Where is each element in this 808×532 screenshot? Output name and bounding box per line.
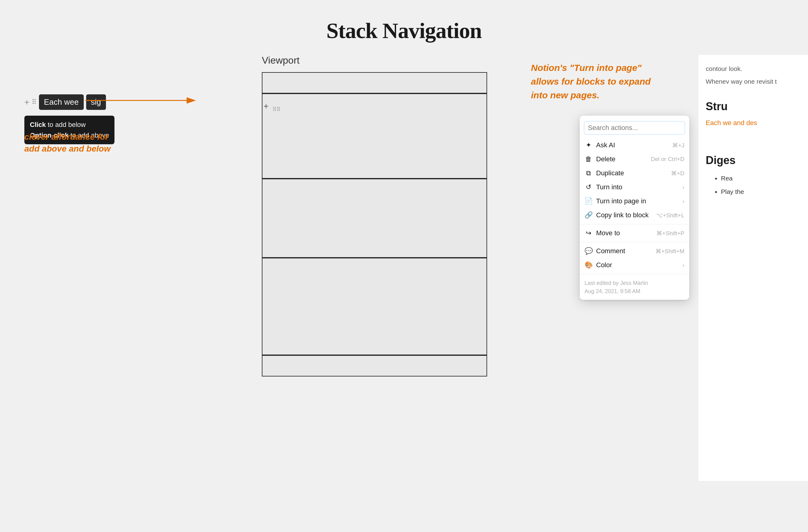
comment-label: Comment: [596, 247, 652, 255]
doc-paragraph1: Whenev way one revisit t: [706, 77, 801, 87]
move-to-shortcut: ⌘+Shift+P: [656, 230, 684, 237]
add-block-icon[interactable]: +: [24, 97, 29, 107]
turn-into-icon: ↺: [585, 183, 592, 191]
tooltip-click-suffix: to add below: [46, 121, 86, 129]
footer-line2: Aug 24, 2021, 9:58 AM: [585, 287, 684, 296]
doc-heading1: Stru: [706, 98, 801, 115]
delete-icon: 🗑: [585, 155, 592, 163]
frame-5: [262, 355, 487, 377]
tooltip-click-word: Click: [30, 121, 46, 129]
move-to-label: Move to: [596, 229, 653, 237]
ask-ai-label: Ask AI: [596, 141, 668, 149]
menu-divider-3: [580, 274, 689, 274]
drag-handle-icon[interactable]: ⠿: [32, 98, 37, 106]
doc-heading2: Diges: [706, 152, 801, 169]
turn-into-page-label: Turn into page in: [596, 197, 679, 205]
page-title: Stack Navigation: [0, 0, 808, 43]
annotation-left: clever affordance for add above and belo…: [24, 131, 116, 155]
context-menu: ✦ Ask AI ⌘+J 🗑 Delete Del or Ctrl+D ⧉ Du…: [580, 116, 689, 300]
copy-link-label: Copy link to block: [596, 211, 653, 219]
doc-preview: contour look. Whenev way one revisit t S…: [698, 55, 808, 481]
block-text-preview2: sig: [86, 94, 106, 110]
delete-shortcut: Del or Ctrl+D: [651, 156, 684, 163]
block-row: + ⠿ Each wee sig Click to add below Opti…: [24, 94, 106, 110]
color-chevron: ›: [683, 262, 684, 268]
doc-bullet2: Play the: [721, 187, 801, 196]
block-text-preview: Each wee: [39, 94, 84, 110]
doc-contour-text: contour look.: [706, 64, 801, 74]
menu-item-turn-into-page[interactable]: 📄 Turn into page in ›: [580, 194, 689, 208]
duplicate-icon: ⧉: [585, 169, 592, 177]
doc-bullet1: Rea: [721, 173, 801, 183]
turn-into-chevron: ›: [683, 184, 684, 191]
menu-item-duplicate[interactable]: ⧉ Duplicate ⌘+D: [580, 166, 689, 180]
search-input[interactable]: [584, 121, 685, 134]
duplicate-shortcut: ⌘+D: [671, 170, 684, 177]
frame-plus-button[interactable]: +: [260, 100, 272, 112]
color-icon: 🎨: [585, 261, 592, 269]
frame-2: [262, 93, 487, 179]
viewport-frames: [262, 72, 487, 377]
menu-item-delete[interactable]: 🗑 Delete Del or Ctrl+D: [580, 152, 689, 166]
footer-line1: Last edited by Jess Martin: [585, 279, 684, 287]
ask-ai-icon: ✦: [585, 141, 592, 149]
duplicate-label: Duplicate: [596, 169, 667, 177]
viewport-section: Viewport: [213, 55, 487, 377]
move-to-icon: ↪: [585, 229, 592, 237]
color-label: Color: [596, 261, 679, 269]
frame-3: [262, 179, 487, 258]
menu-footer: Last edited by Jess Martin Aug 24, 2021,…: [580, 276, 689, 297]
ask-ai-shortcut: ⌘+J: [672, 142, 684, 149]
turn-into-page-chevron: ›: [683, 198, 684, 205]
turn-into-page-icon: 📄: [585, 197, 592, 205]
menu-divider-2: [580, 242, 689, 242]
menu-item-copy-link[interactable]: 🔗 Copy link to block ⌥+Shift+L: [580, 208, 689, 222]
menu-item-color[interactable]: 🎨 Color ›: [580, 258, 689, 272]
menu-item-comment[interactable]: 💬 Comment ⌘+Shift+M: [580, 244, 689, 258]
menu-item-turn-into[interactable]: ↺ Turn into ›: [580, 180, 689, 194]
comment-shortcut: ⌘+Shift+M: [656, 248, 684, 255]
menu-item-ask-ai[interactable]: ✦ Ask AI ⌘+J: [580, 138, 689, 152]
copy-link-icon: 🔗: [585, 211, 592, 219]
menu-item-move-to[interactable]: ↪ Move to ⌘+Shift+P: [580, 226, 689, 240]
doc-orange-text: Each we and des: [706, 118, 801, 128]
frame-drag-handle[interactable]: ⠿⠿: [273, 106, 282, 116]
delete-label: Delete: [596, 155, 647, 163]
frame-1: [262, 72, 487, 93]
frame-4: [262, 258, 487, 355]
annotation-right: Notion's "Turn into page" allows for blo…: [531, 61, 665, 102]
menu-divider-1: [580, 224, 689, 224]
turn-into-label: Turn into: [596, 183, 679, 191]
copy-link-shortcut: ⌥+Shift+L: [656, 212, 684, 219]
search-wrap: [580, 119, 689, 138]
viewport-label: Viewport: [262, 55, 487, 66]
comment-icon: 💬: [585, 247, 592, 255]
